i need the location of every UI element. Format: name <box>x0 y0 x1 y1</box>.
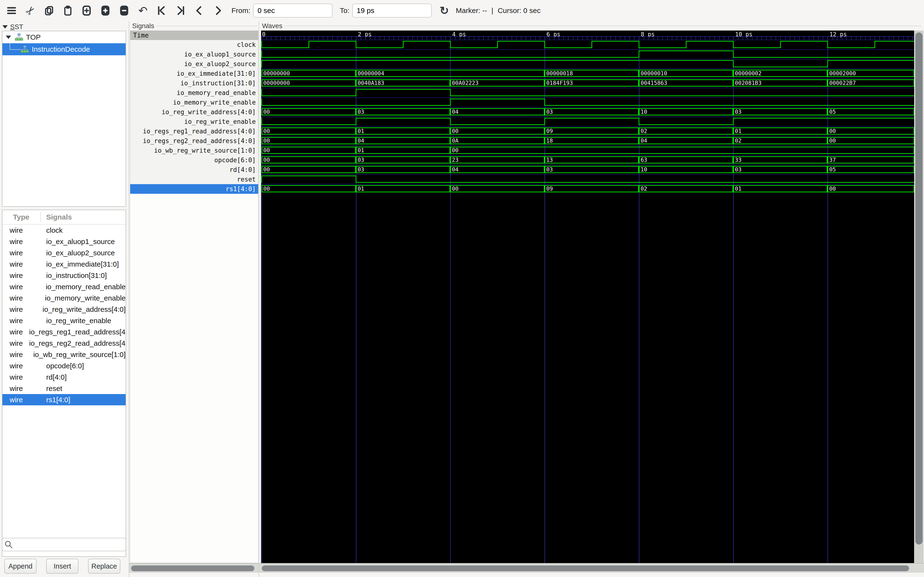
bus-value-box <box>450 108 544 115</box>
bit-edge <box>733 118 734 125</box>
signal-table-row[interactable]: wireopcode[6:0] <box>2 360 126 371</box>
tree-connector <box>10 43 21 50</box>
insert-button[interactable]: Insert <box>46 559 78 574</box>
zoom-fit-icon[interactable] <box>80 4 93 17</box>
bus-value-box <box>450 156 544 163</box>
bit-level <box>827 60 914 61</box>
signals-column-header: Signals <box>40 213 72 221</box>
wave-signal-name[interactable]: io_memory_read_enable <box>130 88 258 98</box>
bit-level <box>450 95 914 96</box>
sst-header[interactable]: SST <box>2 23 23 31</box>
wave-signal-name[interactable]: io_reg_write_enable <box>130 117 258 126</box>
bus-value-box <box>262 147 356 154</box>
signal-table-row[interactable]: wireio_ex_aluop2_source <box>2 247 126 258</box>
signal-table-row[interactable]: wireio_wb_reg_write_source[1:0] <box>2 349 126 360</box>
bit-level <box>403 41 450 42</box>
signal-table-row[interactable]: wireio_reg_write_enable <box>2 315 126 326</box>
wave-signal-name[interactable]: io_ex_aluop1_source <box>130 50 258 59</box>
bus-value-label: 00 <box>452 147 459 153</box>
signal-type: wire <box>2 328 23 336</box>
bit-edge <box>639 41 639 48</box>
timeline-baseline <box>261 36 914 37</box>
signal-table-row[interactable]: wirereset <box>2 383 126 394</box>
signal-table-row[interactable]: wireio_regs_reg1_read_address[4:0] <box>2 326 126 338</box>
signal-name: io_regs_reg2_read_address[4:0] <box>23 339 126 347</box>
step-forward-icon[interactable] <box>212 4 224 17</box>
wave-signal-name[interactable]: io_instruction[31:0] <box>130 78 258 88</box>
bus-value-label: 00000000 <box>263 80 290 86</box>
signal-table-row[interactable]: wireio_ex_aluop1_source <box>2 236 126 247</box>
bus-value-label: 03 <box>357 166 364 172</box>
bit-edge <box>309 41 309 48</box>
wave-signal-name[interactable]: clock <box>130 40 258 50</box>
bit-level <box>356 118 450 119</box>
bus-value-label: 09 <box>546 185 553 192</box>
signal-type: wire <box>2 339 23 347</box>
copy-icon[interactable] <box>43 4 55 17</box>
replace-button[interactable]: Replace <box>88 559 120 574</box>
to-input[interactable] <box>352 3 432 18</box>
bit-level <box>356 182 914 183</box>
bus-value-label: 00000000 <box>263 70 290 76</box>
wave-signal-name[interactable]: rs1[4:0] <box>130 184 258 194</box>
zoom-in-icon[interactable] <box>99 4 111 17</box>
zoom-out-icon[interactable] <box>118 4 131 17</box>
signal-table-row[interactable]: wireio_memory_write_enable <box>2 292 126 304</box>
wave-signal-name[interactable]: io_regs_reg1_read_address[4:0] <box>130 126 258 136</box>
bus-value-label: 00 <box>829 137 836 144</box>
signal-search-box[interactable] <box>2 538 126 551</box>
bit-edge <box>261 176 262 183</box>
bus-value-label: 10 <box>641 166 647 172</box>
wave-signal-name[interactable]: reset <box>130 174 258 184</box>
signal-table-row[interactable]: wirerd[4:0] <box>2 371 126 383</box>
menu-icon[interactable] <box>5 4 18 17</box>
bit-edge <box>450 41 451 48</box>
wave-signal-name[interactable]: io_regs_reg2_read_address[4:0] <box>130 136 258 146</box>
signal-table-row[interactable]: wireclock <box>2 224 126 236</box>
signal-table-row[interactable]: wireio_ex_immediate[31:0] <box>2 258 126 270</box>
wave-signal-name[interactable]: opcode[6:0] <box>130 155 258 165</box>
waves-vscrollbar[interactable] <box>914 31 924 563</box>
bus-value-label: 13 <box>546 157 553 163</box>
signal-name: io_reg_write_address[4:0] <box>36 305 126 314</box>
step-back-icon[interactable] <box>193 4 205 17</box>
signal-table-row[interactable]: wireio_reg_write_address[4:0] <box>2 304 126 315</box>
wave-signal-name[interactable]: io_ex_immediate[31:0] <box>130 69 258 78</box>
bit-level <box>875 41 914 42</box>
signal-table-row[interactable]: wirers1[4:0] <box>2 394 126 405</box>
expander-triangle-icon[interactable] <box>6 35 11 39</box>
wave-signal-name[interactable]: io_ex_aluop2_source <box>130 59 258 69</box>
wave-signal-name[interactable]: io_reg_write_address[4:0] <box>130 107 258 117</box>
signal-table-row[interactable]: wireio_memory_read_enable <box>2 281 126 292</box>
column-separator <box>40 212 41 222</box>
waves-hscrollbar-thumb[interactable] <box>262 566 909 571</box>
from-input[interactable] <box>253 3 333 18</box>
bus-value-box <box>450 185 544 192</box>
search-input[interactable] <box>15 538 126 551</box>
wave-signal-name[interactable]: io_wb_reg_write_source[1:0] <box>130 146 258 155</box>
tree-node-instructiondecode[interactable]: InstructionDecode <box>2 43 126 55</box>
tree-node-top[interactable]: TOP <box>2 31 126 43</box>
undo-icon[interactable]: ↶ <box>137 4 149 17</box>
bus-value-label: 03 <box>735 109 741 115</box>
cut-icon[interactable]: ✂ <box>24 4 37 17</box>
waves-vscrollbar-thumb[interactable] <box>915 32 922 545</box>
waves-panel: Waves 02 ps4 ps6 ps8 ps10 ps12 ps0000000… <box>258 21 924 577</box>
reload-icon[interactable]: ↻ <box>438 4 451 17</box>
signals-hscrollbar[interactable] <box>129 563 259 573</box>
from-label: From: <box>231 6 250 15</box>
signal-table-row[interactable]: wireio_regs_reg2_read_address[4:0] <box>2 338 126 349</box>
signal-type-table: Type Signals wireclockwireio_ex_aluop1_s… <box>2 210 126 557</box>
append-button[interactable]: Append <box>4 559 37 574</box>
go-to-end-icon[interactable] <box>174 4 187 17</box>
wave-signal-name[interactable]: io_memory_write_enable <box>130 98 258 107</box>
paste-icon[interactable] <box>61 4 74 17</box>
bus-value-label: 02 <box>735 137 741 144</box>
signal-table-row[interactable]: wireio_instruction[31:0] <box>2 270 126 281</box>
waves-hscrollbar[interactable] <box>259 563 924 573</box>
wave-signal-name[interactable]: rd[4:0] <box>130 165 258 174</box>
go-to-start-icon[interactable] <box>155 4 168 17</box>
wave-canvas[interactable]: 02 ps4 ps6 ps8 ps10 ps12 ps0000000000000… <box>261 31 914 563</box>
signals-hscrollbar-thumb[interactable] <box>131 566 254 571</box>
bus-value-box <box>262 108 356 115</box>
